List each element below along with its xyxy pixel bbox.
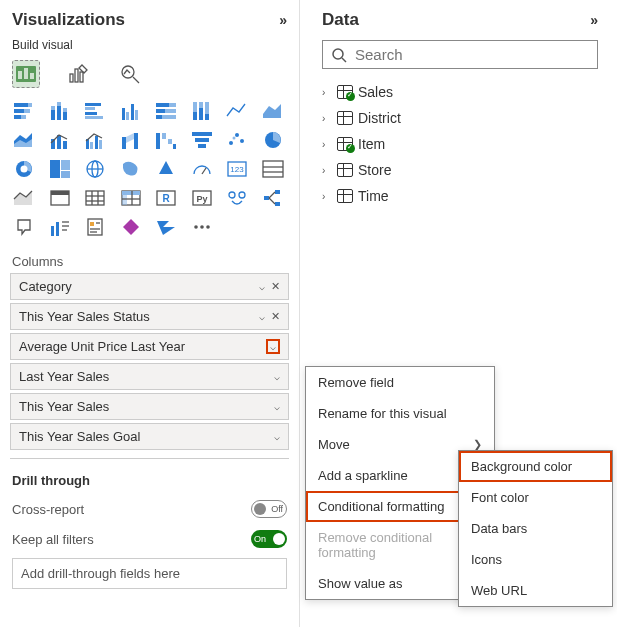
expand-icon[interactable]: › <box>322 113 332 124</box>
viz-100-stacked-column-icon[interactable] <box>188 98 216 124</box>
viz-slicer-icon[interactable] <box>46 185 74 211</box>
viz-waterfall-icon[interactable] <box>152 127 180 153</box>
svg-rect-12 <box>24 109 30 113</box>
field-label: Category <box>19 279 72 294</box>
cross-report-toggle[interactable]: Off <box>251 500 287 518</box>
viz-clustered-bar-icon[interactable] <box>81 98 109 124</box>
field-row[interactable]: This Year Sales⌵ <box>10 393 289 420</box>
table-name: Sales <box>358 84 393 100</box>
viz-stacked-area-icon[interactable] <box>10 127 38 153</box>
viz-key-influencers-icon[interactable] <box>223 185 251 211</box>
viz-smart-narrative-icon[interactable] <box>46 214 74 240</box>
svg-rect-49 <box>134 133 138 149</box>
expand-icon[interactable]: › <box>322 87 332 98</box>
viz-qa-icon[interactable] <box>10 214 38 240</box>
menu-item[interactable]: Web URL <box>459 575 612 606</box>
expand-icon[interactable]: › <box>322 165 332 176</box>
drill-through-placeholder[interactable]: Add drill-through fields here <box>12 558 287 589</box>
search-box[interactable] <box>322 40 598 69</box>
svg-rect-47 <box>99 140 102 149</box>
viz-stacked-bar-icon[interactable] <box>10 98 38 124</box>
viz-power-apps-icon[interactable] <box>117 214 145 240</box>
chevron-down-icon[interactable]: ⌵ <box>259 311 265 322</box>
table-item[interactable]: ›Item <box>322 131 598 157</box>
collapse-icon[interactable]: » <box>279 12 287 28</box>
viz-funnel-icon[interactable] <box>188 127 216 153</box>
menu-item-label: Icons <box>471 552 502 567</box>
expand-icon[interactable]: › <box>322 191 332 202</box>
viz-more-icon[interactable] <box>188 214 216 240</box>
svg-rect-85 <box>122 191 127 205</box>
viz-azure-map-icon[interactable] <box>152 156 180 182</box>
collapse-icon[interactable]: » <box>590 12 598 28</box>
format-visual-tab[interactable] <box>64 60 92 88</box>
table-icon <box>337 85 353 99</box>
menu-item[interactable]: Font color <box>459 482 612 513</box>
chevron-down-icon[interactable]: ⌵ <box>259 281 265 292</box>
table-item[interactable]: ›Time <box>322 183 598 209</box>
menu-item[interactable]: Background color <box>459 451 612 482</box>
menu-item-label: Font color <box>471 490 529 505</box>
viz-line-stacked-column-icon[interactable] <box>46 127 74 153</box>
viz-100-stacked-bar-icon[interactable] <box>152 98 180 124</box>
viz-map-icon[interactable] <box>81 156 109 182</box>
viz-area-icon[interactable] <box>259 98 287 124</box>
viz-line-clustered-column-icon[interactable] <box>81 127 109 153</box>
data-header: Data » <box>310 4 610 36</box>
viz-py-visual-icon[interactable]: Py <box>188 185 216 211</box>
svg-rect-77 <box>51 191 69 195</box>
chevron-down-icon[interactable]: ⌵ <box>274 401 280 412</box>
viz-table-icon[interactable] <box>81 185 109 211</box>
field-row[interactable]: Average Unit Price Last Year⌵ <box>10 333 289 360</box>
field-row[interactable]: This Year Sales Goal⌵ <box>10 423 289 450</box>
viz-matrix-icon[interactable] <box>117 185 145 211</box>
svg-rect-36 <box>193 112 197 120</box>
viz-treemap-icon[interactable] <box>46 156 74 182</box>
chevron-down-icon[interactable]: ⌵ <box>274 431 280 442</box>
svg-point-7 <box>122 66 134 78</box>
analytics-tab[interactable] <box>116 60 144 88</box>
chevron-down-icon[interactable]: ⌵ <box>274 371 280 382</box>
remove-field-icon[interactable]: ✕ <box>271 280 280 293</box>
drill-through-header: Drill through <box>12 467 287 494</box>
remove-field-icon[interactable]: ✕ <box>271 310 280 323</box>
viz-r-visual-icon[interactable]: R <box>152 185 180 211</box>
viz-paginated-report-icon[interactable] <box>81 214 109 240</box>
field-label: This Year Sales Goal <box>19 429 140 444</box>
viz-filled-map-icon[interactable] <box>117 156 145 182</box>
keep-all-filters-toggle[interactable]: On <box>251 530 287 548</box>
viz-ribbon-icon[interactable] <box>117 127 145 153</box>
svg-rect-16 <box>51 106 55 110</box>
svg-rect-96 <box>275 202 280 206</box>
menu-item[interactable]: Icons <box>459 544 612 575</box>
viz-kpi-icon[interactable] <box>10 185 38 211</box>
viz-donut-icon[interactable] <box>10 156 38 182</box>
field-row[interactable]: Last Year Sales⌵ <box>10 363 289 390</box>
svg-rect-65 <box>61 160 70 170</box>
viz-multi-row-card-icon[interactable] <box>259 156 287 182</box>
svg-rect-3 <box>30 73 34 79</box>
viz-line-icon[interactable] <box>223 98 251 124</box>
table-item[interactable]: ›Sales <box>322 79 598 105</box>
table-item[interactable]: ›District <box>322 105 598 131</box>
menu-item[interactable]: Rename for this visual <box>306 398 494 429</box>
viz-gauge-icon[interactable] <box>188 156 216 182</box>
build-visual-tab[interactable] <box>12 60 40 88</box>
svg-text:123: 123 <box>230 165 244 174</box>
search-input[interactable] <box>355 46 589 63</box>
menu-item[interactable]: Data bars <box>459 513 612 544</box>
viz-power-automate-icon[interactable] <box>152 214 180 240</box>
svg-rect-25 <box>122 108 125 120</box>
viz-clustered-column-icon[interactable] <box>117 98 145 124</box>
viz-scatter-icon[interactable] <box>223 127 251 153</box>
viz-decomposition-tree-icon[interactable] <box>259 185 287 211</box>
expand-icon[interactable]: › <box>322 139 332 150</box>
viz-pie-icon[interactable] <box>259 127 287 153</box>
viz-stacked-column-icon[interactable] <box>46 98 74 124</box>
chevron-down-icon[interactable]: ⌵ <box>266 339 280 354</box>
field-row[interactable]: Category⌵✕ <box>10 273 289 300</box>
viz-card-icon[interactable]: 123 <box>223 156 251 182</box>
menu-item[interactable]: Remove field <box>306 367 494 398</box>
table-item[interactable]: ›Store <box>322 157 598 183</box>
field-row[interactable]: This Year Sales Status⌵✕ <box>10 303 289 330</box>
